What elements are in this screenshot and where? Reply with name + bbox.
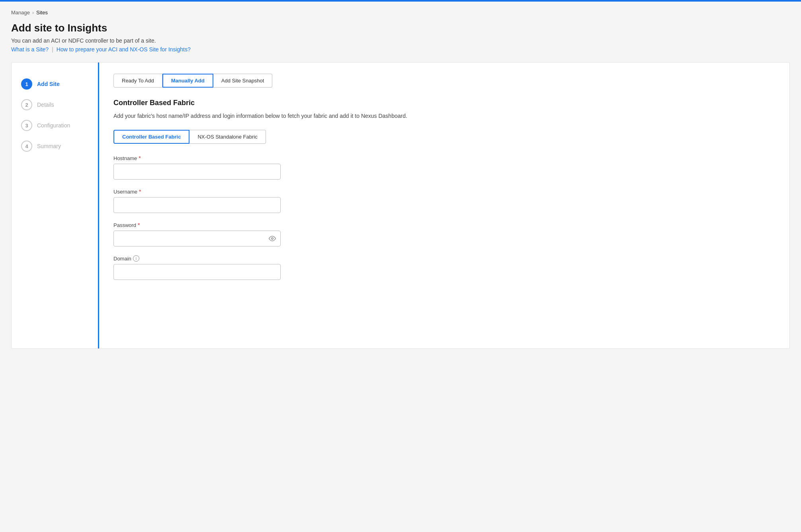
- how-to-prepare-link[interactable]: How to prepare your ACI and NX-OS Site f…: [57, 46, 191, 53]
- domain-info-icon[interactable]: i: [133, 255, 139, 262]
- fabric-tab-controller[interactable]: Controller Based Fabric: [113, 130, 190, 144]
- fabric-tab-group: Controller Based Fabric NX-OS Standalone…: [113, 130, 775, 144]
- hostname-label: Hostname *: [113, 155, 775, 161]
- breadcrumb-current: Sites: [36, 10, 48, 16]
- password-toggle-icon[interactable]: [269, 235, 276, 242]
- step-3-label: Configuration: [37, 122, 70, 129]
- username-group: Username *: [113, 188, 775, 213]
- breadcrumb-separator: ›: [32, 10, 34, 16]
- hostname-group: Hostname *: [113, 155, 775, 180]
- domain-input[interactable]: [113, 264, 281, 280]
- step-2[interactable]: 2 Details: [12, 94, 98, 115]
- tab-ready-to-add[interactable]: Ready To Add: [113, 74, 162, 88]
- step-4-circle: 4: [21, 141, 32, 152]
- domain-group: Domain i: [113, 255, 775, 280]
- page-container: Manage › Sites Add site to Insights You …: [0, 2, 801, 357]
- hostname-required: *: [139, 155, 141, 161]
- tab-manually-add[interactable]: Manually Add: [162, 74, 213, 88]
- password-required: *: [138, 222, 140, 228]
- step-2-circle: 2: [21, 99, 32, 110]
- page-subtitle: You can add an ACI or NDFC controller to…: [11, 37, 790, 44]
- step-1-label: Add Site: [37, 81, 60, 87]
- svg-point-0: [272, 238, 274, 240]
- breadcrumb-parent[interactable]: Manage: [11, 10, 30, 16]
- main-card: 1 Add Site 2 Details 3 Configuration 4: [11, 62, 790, 349]
- fabric-tab-nxos[interactable]: NX-OS Standalone Fabric: [190, 130, 266, 144]
- step-4-label: Summary: [37, 143, 61, 149]
- username-required: *: [139, 188, 141, 195]
- section-title: Controller Based Fabric: [113, 99, 775, 107]
- password-label: Password *: [113, 222, 775, 228]
- section-desc: Add your fabric's host name/IP address a…: [113, 112, 775, 120]
- link-divider: |: [52, 46, 53, 53]
- step-4[interactable]: 4 Summary: [12, 136, 98, 156]
- what-is-site-link[interactable]: What is a Site?: [11, 46, 49, 53]
- hostname-input[interactable]: [113, 164, 281, 180]
- tab-add-site-snapshot[interactable]: Add Site Snapshot: [213, 74, 273, 88]
- page-title: Add site to Insights: [11, 22, 790, 34]
- step-1[interactable]: 1 Add Site: [12, 74, 98, 94]
- page-links: What is a Site? | How to prepare your AC…: [11, 46, 790, 53]
- password-group: Password *: [113, 222, 775, 246]
- username-input[interactable]: [113, 197, 281, 213]
- breadcrumb: Manage › Sites: [11, 10, 790, 16]
- step-1-circle: 1: [21, 78, 32, 90]
- password-input[interactable]: [113, 231, 281, 246]
- step-3[interactable]: 3 Configuration: [12, 115, 98, 136]
- step-2-label: Details: [37, 102, 54, 108]
- step-3-circle: 3: [21, 120, 32, 131]
- main-content: Ready To Add Manually Add Add Site Snaps…: [99, 63, 789, 348]
- domain-label: Domain i: [113, 255, 775, 262]
- password-wrapper: [113, 231, 281, 246]
- sidebar: 1 Add Site 2 Details 3 Configuration 4: [12, 63, 99, 348]
- main-tab-group: Ready To Add Manually Add Add Site Snaps…: [113, 74, 775, 88]
- username-label: Username *: [113, 188, 775, 195]
